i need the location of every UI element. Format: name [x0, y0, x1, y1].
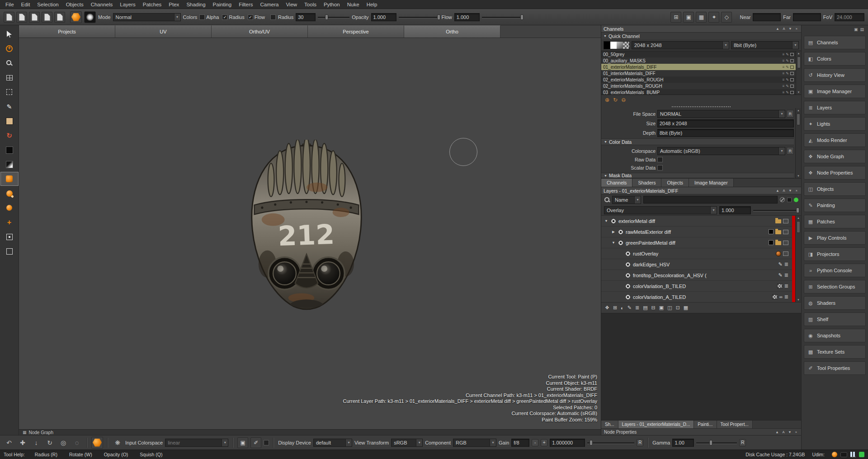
scroll-thumb[interactable]: [797, 114, 800, 125]
palette-button-history-view[interactable]: ↺History View: [804, 68, 866, 82]
gray-swatch[interactable]: [617, 42, 623, 49]
fov-field[interactable]: 24.000: [835, 13, 864, 21]
scalar-data-checkbox[interactable]: [657, 165, 663, 170]
wireframe-toggle-icon[interactable]: ◇: [721, 12, 732, 23]
menu-objects[interactable]: Objects: [62, 0, 87, 9]
palette-button-patches[interactable]: ▦Patches: [804, 215, 866, 228]
properties-scrollbar[interactable]: ▲ ▼: [795, 108, 801, 178]
menu-nuke[interactable]: Nuke: [344, 0, 363, 9]
viewport-3d[interactable]: 212 Current Tool: Paint (P)Current Objec…: [19, 38, 601, 429]
menu-layers[interactable]: Layers: [116, 0, 139, 9]
palette-button-channels[interactable]: ▤Channels: [804, 36, 866, 49]
cache-layer-icon[interactable]: ▣: [659, 305, 664, 311]
add-paint-target-tool[interactable]: [1, 216, 18, 229]
resolution-dropdown[interactable]: 2048 x 2048▾: [632, 41, 729, 49]
foreground-color-swatch[interactable]: [1, 114, 18, 128]
alpha-checkbox[interactable]: [199, 14, 205, 20]
reset-gain-button[interactable]: R: [637, 439, 643, 446]
slider-thumb[interactable]: [796, 208, 799, 213]
component-dropdown[interactable]: RGB▾: [453, 439, 496, 447]
menu-view[interactable]: View: [282, 0, 301, 9]
layer-row[interactable]: ▶rawMetalExterior diff: [601, 227, 801, 237]
lighting-toggle-icon[interactable]: ✦: [708, 12, 719, 23]
flow-slider[interactable]: [482, 14, 523, 20]
palette-button-snapshots[interactable]: ◉Snapshots: [804, 329, 866, 342]
slider-thumb[interactable]: [709, 440, 712, 445]
scroll-up-icon[interactable]: ▲: [797, 108, 800, 113]
layer-visibility-icon[interactable]: [625, 262, 631, 267]
view-transform-dropdown[interactable]: sRGB▾: [391, 439, 423, 447]
reset-colorspace-button[interactable]: R: [787, 147, 794, 155]
quick-channel-header[interactable]: ▼ Quick Channel: [601, 33, 801, 39]
layer-visibility-icon[interactable]: [625, 273, 631, 278]
new-project-icon[interactable]: [4, 12, 14, 23]
uv-grid-tool[interactable]: [1, 71, 18, 84]
unpin-palette-icon[interactable]: ▼: [788, 27, 793, 31]
layer-row[interactable]: front/top_Descoloration_A_HSV (: [601, 270, 801, 281]
view-tab-ortho-uv[interactable]: Ortho/UV: [212, 25, 308, 38]
menu-camera[interactable]: Camera: [256, 0, 282, 9]
import-icon[interactable]: [42, 12, 52, 23]
lock-layer-icon[interactable]: ⊡: [676, 305, 680, 311]
layer-amount-field[interactable]: 1.000: [719, 206, 751, 214]
node-properties-bar[interactable]: Node Properties ▲A▼×: [601, 428, 801, 435]
channel-list-scrollbar[interactable]: ▲ ▼: [796, 51, 801, 95]
near-field[interactable]: [753, 13, 781, 21]
paint-buffer-edit-icon[interactable]: ▣: [237, 437, 248, 448]
palette-font-icon[interactable]: A: [782, 189, 786, 193]
palette-button-shaders[interactable]: ◍Shaders: [804, 296, 866, 310]
palette-button-objects[interactable]: ◫Objects: [804, 182, 866, 196]
filter-enabled-icon[interactable]: [794, 198, 798, 202]
radius-field[interactable]: 30: [296, 13, 316, 21]
palette-tab-painti[interactable]: Painti...: [694, 421, 717, 428]
layer-visibility-icon[interactable]: [611, 218, 616, 224]
palette-button-node-properties[interactable]: ❖Node Properties: [804, 166, 866, 180]
palette-font-icon[interactable]: A: [781, 430, 786, 434]
gain-stop-field[interactable]: f/8: [511, 439, 529, 447]
display-device-dropdown[interactable]: default▾: [313, 439, 352, 447]
layer-visibility-icon[interactable]: [625, 251, 631, 256]
mask-data-section-header[interactable]: ▼ Mask Data: [601, 173, 794, 178]
layer-filter-input[interactable]: [643, 196, 778, 203]
slider-thumb[interactable]: [437, 14, 440, 20]
palette-button-node-graph[interactable]: ❖Node Graph: [804, 150, 866, 163]
layer-expander-icon[interactable]: ▶: [611, 230, 616, 234]
menu-tools[interactable]: Tools: [301, 0, 320, 9]
channel-row[interactable]: 02_interiorMaterials_ROUGH≡✎: [601, 83, 796, 89]
layer-row[interactable]: rustOverlay: [601, 248, 801, 259]
radius-checkbox[interactable]: ✓: [222, 14, 227, 20]
layer-list-scrollbar[interactable]: ▲ ▼: [795, 216, 801, 302]
scroll-down-icon[interactable]: ▼: [797, 90, 800, 95]
layer-amount-slider[interactable]: [753, 207, 798, 213]
panel-tab-channels[interactable]: Channels: [601, 179, 632, 187]
layout-palettes-icon[interactable]: ▤: [860, 27, 864, 32]
channel-row[interactable]: 00_auxiliary_MASKS≡✎: [601, 57, 796, 64]
depth-dropdown[interactable]: 8bit (Byte)▾: [731, 41, 799, 49]
black-swatch[interactable]: [604, 42, 610, 49]
select-tool[interactable]: [1, 28, 18, 41]
paint-tool[interactable]: [1, 172, 18, 185]
dock-palettes-icon[interactable]: ▣: [854, 27, 858, 32]
add-group-icon[interactable]: ⊞: [613, 305, 617, 311]
panel-tab-shaders[interactable]: Shaders: [632, 179, 661, 187]
palette-tab-layers-01-exteriormaterials-d[interactable]: Layers - 01_exteriorMaterials_D...: [618, 421, 694, 428]
menu-file[interactable]: File: [2, 0, 18, 9]
colorspace-dropdown[interactable]: Automatic (sRGB)▾: [657, 147, 785, 155]
selection-circle-icon[interactable]: ◌: [71, 437, 82, 448]
background-color-swatch[interactable]: [1, 143, 18, 156]
paint-brush-tool[interactable]: [1, 100, 18, 113]
palette-button-selection-groups[interactable]: ⊞Selection Groups: [804, 280, 866, 293]
undo-view-icon[interactable]: ↶: [4, 437, 14, 448]
save-project-icon[interactable]: [29, 12, 40, 23]
rotate-view-icon[interactable]: ↻: [44, 437, 55, 448]
layer-row[interactable]: colorVariation_B_TILED: [601, 281, 801, 292]
add-adjustment-icon[interactable]: ◐: [621, 305, 624, 311]
paint-buffer-toggle-icon[interactable]: ▣: [683, 12, 694, 23]
close-palette-icon[interactable]: ×: [794, 430, 798, 434]
pin-palette-icon[interactable]: ▲: [775, 27, 780, 31]
slider-thumb[interactable]: [520, 14, 524, 20]
far-field[interactable]: [793, 13, 821, 21]
channel-row[interactable]: 01_interiorMaterials_DIFF≡✎: [601, 70, 796, 76]
palette-button-lights[interactable]: ✦Lights: [804, 117, 866, 131]
palette-button-modo-render[interactable]: ◭Modo Render: [804, 133, 866, 147]
